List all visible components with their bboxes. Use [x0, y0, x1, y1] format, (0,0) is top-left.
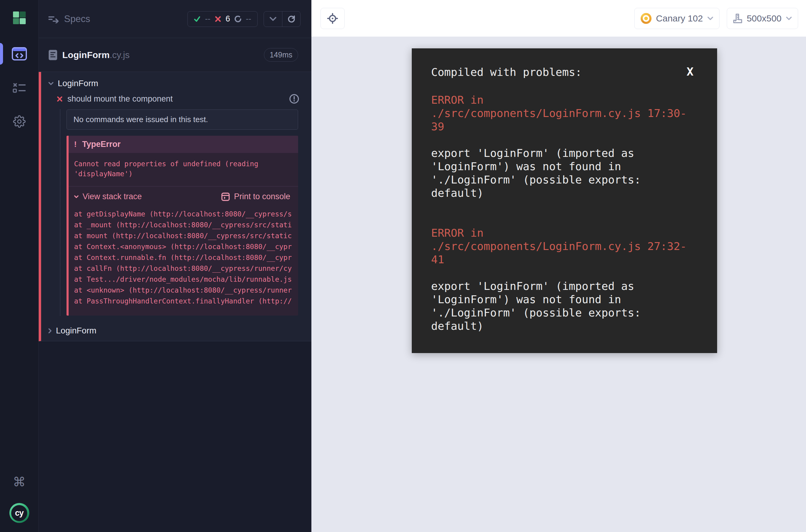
overlay-error-list: ERROR in ./src/components/LoginForm.cy.j…	[431, 93, 697, 333]
browser-dropdown-label: Canary 102	[656, 13, 703, 23]
error-controls: View stack trace Print to console	[69, 187, 298, 205]
webpack-error-overlay: Compiled with problems: X ERROR in ./src…	[412, 49, 717, 353]
suite-name: LoginForm	[58, 79, 98, 88]
gear-icon	[13, 115, 26, 128]
cypress-logo-text: cy	[11, 505, 27, 521]
spec-file-extension: .cy.js	[110, 50, 130, 60]
pending-count: --	[246, 14, 251, 23]
compile-error-item: ERROR in ./src/components/LoginForm.cy.j…	[431, 226, 697, 333]
test-error-box: ! TypeError Cannot read properties of un…	[67, 136, 298, 316]
stack-trace-line: at Context.runnable.fn (http://localhost…	[74, 252, 296, 263]
console-icon	[221, 193, 230, 201]
empty-command-log: No commands were issued in this test.	[67, 110, 298, 130]
compile-error-item: ERROR in ./src/components/LoginForm.cy.j…	[431, 93, 697, 200]
error-message: Cannot read properties of undefined (rea…	[69, 153, 298, 187]
sidebar-item-specs-active[interactable]	[0, 42, 39, 65]
failed-count: 6	[226, 14, 230, 23]
stack-trace-line: at Context.<anonymous> (http://localhost…	[74, 241, 296, 252]
specs-list-icon[interactable]	[49, 15, 59, 23]
spec-file-row[interactable]: LoginForm.cy.js 149ms	[39, 38, 312, 72]
test-list-icon	[13, 82, 26, 93]
print-to-console-label: Print to console	[234, 192, 290, 201]
stack-trace-line: at getDisplayName (http://localhost:8080…	[74, 209, 296, 220]
overlay-header: Compiled with problems: X	[431, 66, 698, 78]
reporter-panel: Specs -- 6 --	[39, 0, 312, 532]
ruler-icon	[733, 14, 742, 23]
app-logo-icon	[13, 12, 26, 24]
sidebar-item-settings[interactable]	[0, 110, 39, 133]
topbar-right-controls: Canary 102 500x500	[634, 8, 798, 29]
test-alert-icon[interactable]	[289, 94, 299, 104]
compile-error-location: ERROR in ./src/components/LoginForm.cy.j…	[431, 226, 697, 266]
compile-error-message: export 'LoginForm' (imported as 'LoginFo…	[431, 147, 697, 200]
active-indicator	[0, 43, 3, 65]
reporter-actions	[264, 11, 301, 27]
passed-icon	[194, 16, 201, 22]
chevron-down-icon	[708, 17, 713, 20]
suite-row-loginform-collapsed[interactable]: LoginForm	[41, 323, 312, 341]
compile-error-message: export 'LoginForm' (imported as 'LoginFo…	[431, 280, 697, 333]
stack-trace-line: at callFn (http://localhost:8080/__cypre…	[74, 263, 296, 274]
test-name: should mount the component	[68, 94, 173, 104]
chrome-canary-icon	[641, 13, 652, 24]
stack-trace-toggle-label: View stack trace	[82, 192, 142, 201]
stack-trace-line: at <unknown> (http://localhost:8080/__cy…	[74, 285, 296, 296]
test-failed-icon	[57, 96, 62, 102]
overlay-close-button[interactable]: X	[687, 66, 694, 77]
error-header: ! TypeError	[69, 136, 298, 153]
stack-trace-line: at mount (http://localhost:8080/__cypres…	[74, 230, 296, 241]
print-to-console-button[interactable]: Print to console	[221, 192, 290, 201]
aut-viewport-stage: Compiled with problems: X ERROR in ./src…	[312, 37, 806, 532]
spec-file-name: LoginForm.cy.js	[62, 50, 130, 60]
stack-trace-toggle[interactable]: View stack trace	[74, 192, 142, 201]
sidebar-item-runs[interactable]	[0, 76, 39, 99]
test-stats[interactable]: -- 6 --	[187, 11, 258, 27]
failed-test-row[interactable]: should mount the component	[41, 94, 312, 104]
rerun-button[interactable]	[282, 12, 300, 26]
suite-name: LoginForm	[56, 326, 96, 336]
stack-trace-line: at _mount (http://localhost:8080/__cypre…	[74, 220, 296, 230]
suite-row-loginform[interactable]: LoginForm	[41, 76, 312, 91]
stack-trace-list: at getDisplayName (http://localhost:8080…	[69, 205, 298, 316]
stack-trace-line: at Test.../driver/node_modules/mocha/lib…	[74, 274, 296, 285]
selector-playground-button[interactable]	[320, 8, 345, 29]
icon-rail: ⌘ cy	[0, 0, 39, 532]
pending-icon	[235, 16, 241, 22]
aut-topbar: Canary 102 500x500	[312, 0, 806, 37]
reporter-empty-area	[39, 341, 312, 532]
failed-spec-block: LoginForm should mount the component No …	[39, 72, 312, 341]
passed-count: --	[205, 14, 210, 23]
crosshair-icon	[327, 13, 338, 24]
stack-trace-line: at PassThroughHandlerContext.finallyHand…	[74, 296, 296, 306]
chevron-right-icon	[49, 328, 52, 334]
chevron-down-icon	[49, 82, 54, 85]
compile-error-location: ERROR in ./src/components/LoginForm.cy.j…	[431, 93, 697, 133]
cypress-logo[interactable]: cy	[10, 503, 29, 523]
spec-file-icon	[49, 50, 57, 60]
viewport-dropdown-label: 500x500	[747, 13, 782, 23]
chevron-down-icon	[786, 17, 792, 20]
test-attempt-body: No commands were issued in this test. ! …	[60, 110, 298, 316]
spec-duration-badge: 149ms	[264, 48, 298, 62]
viewport-dropdown[interactable]: 500x500	[727, 8, 798, 29]
error-bang-icon: !	[74, 140, 77, 149]
browser-dropdown[interactable]: Canary 102	[634, 8, 719, 29]
error-type: TypeError	[82, 140, 120, 149]
keyboard-shortcuts-icon[interactable]: ⌘	[13, 476, 26, 489]
chevron-down-icon	[74, 195, 79, 198]
aut-area: Canary 102 500x500	[312, 0, 806, 532]
panel-title: Specs	[64, 14, 90, 24]
failed-icon	[215, 16, 221, 22]
collapse-all-button[interactable]	[264, 12, 282, 26]
overlay-title: Compiled with problems:	[431, 66, 582, 78]
reporter-header: Specs -- 6 --	[39, 0, 312, 38]
rail-bottom: ⌘ cy	[10, 476, 29, 532]
code-window-icon	[12, 47, 27, 60]
